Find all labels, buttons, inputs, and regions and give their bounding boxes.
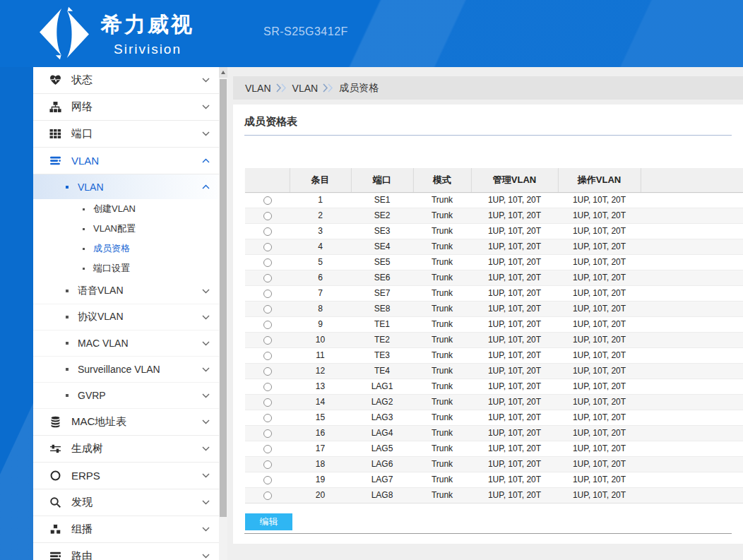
sidebar-subitem-gvrp[interactable]: GVRP <box>33 383 219 409</box>
sidebar-item-erps[interactable]: ERPS <box>33 463 219 489</box>
page-title: 成员资格表 <box>233 105 743 135</box>
cell-select <box>245 410 290 425</box>
row-radio[interactable] <box>263 445 272 453</box>
breadcrumb-item-vlan-sub[interactable]: VLAN <box>292 83 319 94</box>
cell-admin_vlan: 1UP, 10T, 20T <box>471 472 558 487</box>
cell-entry: 13 <box>290 379 351 394</box>
row-radio[interactable] <box>263 212 272 220</box>
sidebar-subitem-surveillance-vlan[interactable]: Surveillance VLAN <box>33 357 219 383</box>
sidebar-subitem-create-vlan[interactable]: 创建VLAN <box>33 199 219 219</box>
cell-spacer <box>641 394 743 410</box>
cell-admin_vlan: 1UP, 10T, 20T <box>471 410 558 425</box>
cell-oper_vlan: 1UP, 10T, 20T <box>558 456 641 472</box>
sidebar-item-routing[interactable]: 路由 <box>33 543 219 560</box>
sidebar-subitem-label: 协议VLAN <box>78 311 124 323</box>
row-radio[interactable] <box>263 258 272 267</box>
cell-admin_vlan: 1UP, 10T, 20T <box>471 270 558 285</box>
sidebar-subitem-port-setting[interactable]: 端口设置 <box>33 258 219 278</box>
row-radio[interactable] <box>263 429 272 438</box>
cell-port: LAG2 <box>351 394 413 410</box>
row-radio[interactable] <box>263 227 272 236</box>
up-triangle-icon <box>221 71 225 74</box>
sliders-icon <box>49 443 62 455</box>
row-radio[interactable] <box>263 290 272 298</box>
bullet-icon <box>66 394 69 397</box>
row-radio[interactable] <box>263 383 272 391</box>
cell-admin_vlan: 1UP, 10T, 20T <box>471 223 558 239</box>
col-port: 端口 <box>351 168 413 192</box>
cell-mode: Trunk <box>413 363 471 379</box>
cell-entry: 8 <box>290 301 351 316</box>
cell-select <box>245 301 290 316</box>
sidebar-item-multicast[interactable]: 组播 <box>33 516 219 543</box>
app-header: 希力威视 Sirivision SR-S25G3412F <box>0 0 743 67</box>
row-radio[interactable] <box>263 321 272 329</box>
chevron-down-icon <box>202 527 210 532</box>
cell-port: LAG3 <box>351 410 413 425</box>
cell-select <box>245 208 290 223</box>
col-select <box>245 168 290 192</box>
sidebar-item-label: 网络 <box>71 100 93 114</box>
row-radio[interactable] <box>263 336 272 345</box>
sidebar-item-ports[interactable]: 端口 <box>33 121 219 148</box>
sidebar-item-spanning-tree[interactable]: 生成树 <box>33 436 219 463</box>
chevron-down-icon <box>202 341 210 346</box>
cell-oper_vlan: 1UP, 10T, 20T <box>558 347 641 363</box>
cell-admin_vlan: 1UP, 10T, 20T <box>471 347 558 363</box>
cell-spacer <box>641 379 743 394</box>
row-radio[interactable] <box>263 196 272 205</box>
cell-spacer <box>641 223 743 239</box>
sidebar-subitem-vlan-config[interactable]: VLAN配置 <box>33 219 219 239</box>
row-radio[interactable] <box>263 460 272 469</box>
cell-mode: Trunk <box>413 208 471 223</box>
cell-mode: Trunk <box>413 332 471 347</box>
edit-button[interactable]: 编辑 <box>245 513 292 530</box>
row-radio[interactable] <box>263 492 272 500</box>
sidebar-subitem-voice-vlan[interactable]: 语音VLAN <box>33 278 219 304</box>
cell-oper_vlan: 1UP, 10T, 20T <box>558 254 641 270</box>
cell-mode: Trunk <box>413 347 471 363</box>
cell-entry: 7 <box>290 285 351 301</box>
row-radio[interactable] <box>263 476 272 484</box>
breadcrumb-item-vlan[interactable]: VLAN <box>245 83 271 94</box>
cell-port: SE5 <box>351 254 413 270</box>
cell-admin_vlan: 1UP, 10T, 20T <box>471 332 558 347</box>
chevron-down-icon <box>202 315 210 320</box>
chevron-down-icon <box>202 554 210 559</box>
scrollbar-up-arrow[interactable] <box>219 67 227 78</box>
cell-mode: Trunk <box>413 394 471 410</box>
sidebar-subitem-mac-vlan[interactable]: MAC VLAN <box>33 330 219 357</box>
sidebar-item-status[interactable]: 状态 <box>33 67 219 94</box>
cell-spacer <box>641 363 743 379</box>
row-radio[interactable] <box>263 414 272 422</box>
row-radio[interactable] <box>263 243 272 251</box>
cell-entry: 9 <box>290 316 351 332</box>
col-oper-vlan: 操作VLAN <box>558 168 641 192</box>
row-radio[interactable] <box>263 367 272 376</box>
row-radio[interactable] <box>263 352 272 360</box>
cubes-icon <box>49 523 62 535</box>
sidebar-subitem-protocol-vlan[interactable]: 协议VLAN <box>33 304 219 330</box>
sirivision-logo-icon <box>37 6 91 63</box>
sidebar-item-network[interactable]: 网络 <box>33 94 219 121</box>
sidebar-subitem-label: 创建VLAN <box>93 203 136 215</box>
cell-port: SE2 <box>351 208 413 223</box>
sidebar-item-vlan[interactable]: VLAN <box>33 148 219 174</box>
cell-port: SE6 <box>351 270 413 285</box>
sidebar-item-mac-table[interactable]: MAC地址表 <box>33 409 219 436</box>
cell-oper_vlan: 1UP, 10T, 20T <box>558 363 641 379</box>
sidebar-subitem-membership[interactable]: 成员资格 <box>33 239 219 258</box>
chevron-up-icon <box>202 184 210 189</box>
database-icon <box>49 416 62 428</box>
cell-select <box>245 456 290 472</box>
row-radio[interactable] <box>263 305 272 314</box>
cell-spacer <box>641 301 743 316</box>
sidebar-item-discovery[interactable]: 发现 <box>33 489 219 516</box>
row-radio[interactable] <box>263 398 272 407</box>
sidebar-item-label: 端口 <box>71 127 93 141</box>
scrollbar-thumb[interactable] <box>220 79 227 517</box>
table-row: 13LAG1Trunk1UP, 10T, 20T1UP, 10T, 20T <box>245 379 743 394</box>
table-row: 17LAG5Trunk1UP, 10T, 20T1UP, 10T, 20T <box>245 441 743 456</box>
row-radio[interactable] <box>263 274 272 282</box>
sidebar-subitem-vlan[interactable]: VLAN <box>33 174 219 199</box>
